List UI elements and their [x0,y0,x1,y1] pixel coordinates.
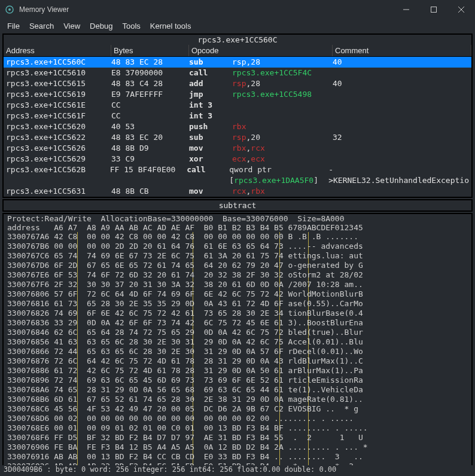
col-bytes[interactable]: Bytes [111,45,189,56]
minimize-button[interactable] [392,0,420,19]
hex-info: Protect:Read/Write AllocationBase=330000… [4,214,471,223]
hex-row[interactable]: 3300767C6 65 74 74 69 6E 67 73 2E 6C 75 … [4,251,471,261]
hex-row[interactable]: 330076886 61 72 42 6C 75 72 4D 61 78 28 … [4,366,471,376]
disasm-frame: rpcs3.exe+1CC560C Address Bytes Opcode C… [2,33,473,198]
hex-row[interactable]: 330076806 57 6F 72 6C 64 4D 6F 74 69 6F … [4,289,471,299]
status-bar: 3D00409B6 : byte: 0 word: 256 integer: 2… [0,465,475,476]
col-comment[interactable]: Comment [333,45,471,56]
hex-body[interactable]: 3300767A6 42 C8 00 00 42 C8 00 00 42 C8 … [4,232,471,471]
hex-row[interactable]: 330076826 74 69 6F 6E 42 6C 75 72 42 61 … [4,309,471,318]
function-banner: subtract [4,200,471,210]
hex-row[interactable]: 3300768C6 45 56 4F 53 42 49 47 20 00 05 … [4,404,471,414]
disasm-row[interactable]: rpcs3.exe+1CC5619E9 7AFEFFFFjmprpcs3.exe… [4,89,471,100]
titlebar: Memory Viewer [0,0,475,19]
disasm-row[interactable]: rpcs3.exe+1CC5610E8 37090000callrpcs3.ex… [4,68,471,78]
app-icon [5,5,14,14]
table-header: Address Bytes Opcode Comment [4,45,471,57]
hex-row[interactable]: 330076836 33 29 0D 0A 42 6F 6F 73 74 42 … [4,318,471,328]
svg-point-1 [8,8,11,11]
disasm-row[interactable]: rpcs3.exe+1CC562933 C9xorecx,ecx [4,154,471,164]
menu-view[interactable]: View [59,20,85,32]
disasm-row[interactable]: rpcs3.exe+1CC562040 53pushrbx [4,121,471,132]
col-opcode[interactable]: Opcode [189,45,333,56]
disasm-row[interactable]: rpcs3.exe+1CC561ECCint 3 [4,100,471,111]
menubar: File Search View Debug Tools Kernel tool… [0,19,475,32]
menu-debug[interactable]: Debug [85,20,117,32]
address-banner[interactable]: rpcs3.exe+1CC560C [4,35,471,45]
hex-frame[interactable]: Protect:Read/Write AllocationBase=330000… [2,213,473,472]
menu-search[interactable]: Search [25,20,59,32]
hex-row[interactable]: 3300768F6 FF D5 BF 32 BD F2 B4 D7 D7 97 … [4,433,471,443]
hex-row[interactable]: 330076866 72 44 65 63 65 6C 28 30 2E 30 … [4,347,471,356]
hex-row[interactable]: 3300768A6 74 65 28 31 29 0D 0A 56 65 68 … [4,385,471,395]
hex-row[interactable]: 3300767A6 42 C8 00 00 42 C8 00 00 42 C8 … [4,232,471,242]
disasm-row[interactable]: rpcs3.exe+1CC562BFF 15 BF4F0E00callqword… [4,164,471,186]
mid-frame: subtract [2,199,473,212]
close-button[interactable] [447,0,475,19]
hex-row[interactable]: 330076856 41 63 63 65 6C 28 30 2E 30 31 … [4,337,471,347]
hex-row[interactable]: 3300767D6 6F 2D 67 65 6E 65 72 61 74 65 … [4,261,471,270]
hex-row[interactable]: 330076896 72 74 69 63 6C 65 45 6D 69 73 … [4,376,471,385]
hex-row[interactable]: 3300768D6 00 02 00 00 00 00 00 00 00 00 … [4,414,471,423]
window-title: Memory Viewer [19,5,392,14]
disasm-row[interactable]: rpcs3.exe+1CC560C48 83 EC 28subrsp,2840 [4,57,471,68]
hex-row[interactable]: 3300768B6 6D 61 67 65 52 61 74 65 28 30 … [4,395,471,404]
hex-row[interactable]: 330076916 AB AB 00 13 BD F2 B4 CC CB CD … [4,452,471,462]
hex-row[interactable]: 330076846 62 6C 65 64 28 74 72 75 65 29 … [4,328,471,337]
disasm-row[interactable]: rpcs3.exe+1CC562648 8B D9movrbx,rcx [4,143,471,154]
hex-row[interactable]: 330076816 61 73 65 28 30 2E 35 35 29 0D … [4,299,471,309]
hex-columns: address A6 A7 A8 A9 AA AB AC AD AE AF B0… [4,223,471,232]
hex-row[interactable]: 330076906 FE BA FE F3 B4 12 B5 A4 A5 A5 … [4,443,471,452]
hex-row[interactable]: 330076876 72 6C 64 42 6C 75 72 4D 61 78 … [4,356,471,366]
menu-tools[interactable]: Tools [117,20,145,32]
maximize-button[interactable] [420,0,447,19]
svg-rect-3 [431,7,437,13]
disasm-row[interactable]: rpcs3.exe+1CC563148 8B CBmovrcx,rbx [4,186,471,197]
menu-kernel-tools[interactable]: Kernel tools [145,20,196,32]
disasm-row[interactable]: rpcs3.exe+1CC561FCCint 3 [4,111,471,121]
hex-row[interactable]: 3300768E6 00 01 00 09 01 02 01 00 C0 01 … [4,423,471,433]
disasm-row[interactable]: rpcs3.exe+1CC561548 83 C4 28addrsp,2840 [4,78,471,89]
menu-file[interactable]: File [2,20,25,32]
disasm-row[interactable]: rpcs3.exe+1CC562248 83 EC 20subrsp,2032 [4,132,471,143]
disasm-table[interactable]: Address Bytes Opcode Comment rpcs3.exe+1… [4,45,471,197]
hex-row[interactable]: 3300767F6 2F 32 30 30 37 20 31 30 3A 32 … [4,280,471,289]
hex-row[interactable]: 3300767B6 00 00 00 00 2D 2D 20 61 64 76 … [4,242,471,251]
col-address[interactable]: Address [4,45,111,56]
hex-row[interactable]: 3300767E6 6F 53 74 6F 72 6D 32 20 61 74 … [4,270,471,280]
